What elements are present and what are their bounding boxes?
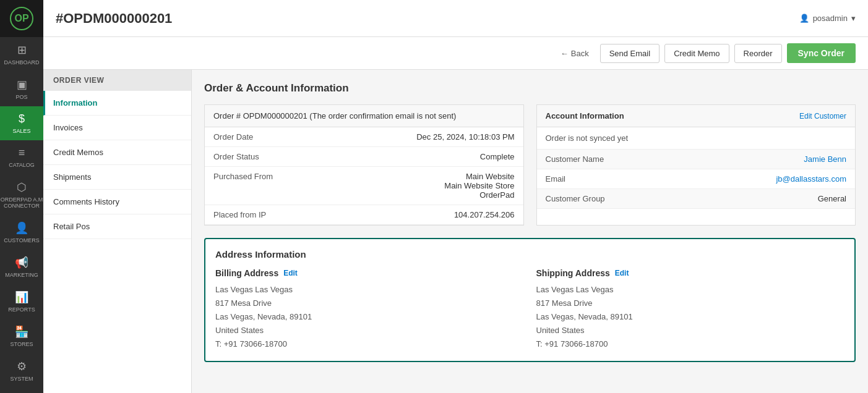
order-field-date: Order Date Dec 25, 2024, 10:18:03 PM <box>205 127 523 147</box>
nav-item-invoices[interactable]: Invoices <box>43 116 191 140</box>
user-icon: 👤 <box>799 14 809 23</box>
reorder-button[interactable]: Reorder <box>734 44 782 63</box>
account-field-name: Customer Name Jamie Benn <box>537 150 856 169</box>
email-label: Email <box>546 174 566 184</box>
address-section-title: Address Information <box>215 249 844 260</box>
purchased-from-label: Purchased From <box>213 172 273 181</box>
sidebar-item-stores[interactable]: 🏪 Stores <box>0 319 43 353</box>
sidebar-item-label: Catalog <box>9 162 35 168</box>
sidebar-item-label: System <box>10 376 33 382</box>
sidebar-logo: OP <box>0 0 43 37</box>
email-value: jb@dallasstars.com <box>776 174 846 184</box>
sidebar-item-marketing[interactable]: 📢 Marketing <box>0 250 43 284</box>
edit-customer-link[interactable]: Edit Customer <box>799 112 846 120</box>
order-account-grid: Order # OPDM000000201 (The order confirm… <box>204 104 856 226</box>
order-account-section-title: Order & Account Information <box>204 82 856 95</box>
sidebar-item-label: ORDERPAD A.M CONNECTOR <box>0 196 43 209</box>
order-date-value: Dec 25, 2024, 10:18:03 PM <box>416 132 514 142</box>
nav-item-retail-pos[interactable]: Retail Pos <box>43 214 191 239</box>
shipping-edit-link[interactable]: Edit <box>615 269 629 277</box>
sidebar-item-catalog[interactable]: ≡ Catalog <box>0 140 43 174</box>
purchased-from-value: Main Website Main Website Store OrderPad <box>444 172 514 200</box>
customer-name-value: Jamie Benn <box>804 154 846 164</box>
sync-order-button[interactable]: Sync Order <box>787 43 856 63</box>
connector-icon: ⬡ <box>17 180 27 194</box>
account-info-header: Account Information Edit Customer <box>537 105 856 127</box>
shipping-address-block: Shipping Address Edit Las Vegas Las Vega… <box>536 268 845 351</box>
customers-icon: 👤 <box>15 221 28 235</box>
main-content: Order & Account Information Order # OPDM… <box>192 70 868 393</box>
account-info-panel: Account Information Edit Customer Order … <box>536 104 856 226</box>
sidebar-item-label: Customers <box>4 237 39 243</box>
marketing-icon: 📢 <box>15 256 28 269</box>
account-field-group: Customer Group General <box>537 189 856 209</box>
system-icon: ⚙ <box>17 360 27 373</box>
sidebar-item-dashboard[interactable]: ⊞ Dashboard <box>0 37 43 72</box>
sidebar-item-label: POS <box>15 94 27 100</box>
customer-group-value: General <box>818 194 846 203</box>
back-button[interactable]: ← Back <box>554 45 595 62</box>
placed-ip-label: Placed from IP <box>213 210 266 219</box>
reports-icon: 📊 <box>15 290 28 304</box>
account-field-email: Email jb@dallasstars.com <box>537 169 856 189</box>
shipping-address-text: Las Vegas Las Vegas 817 Mesa Drive Las V… <box>536 283 845 351</box>
logo-icon: OP <box>10 7 33 30</box>
order-field-ip: Placed from IP 104.207.254.206 <box>205 205 523 225</box>
sync-warning: Order is not synced yet <box>537 127 856 150</box>
sales-icon: $ <box>19 112 25 125</box>
address-grid: Billing Address Edit Las Vegas Las Vegas… <box>215 268 844 351</box>
order-view-title: ORDER VIEW <box>43 70 191 91</box>
nav-item-comments-history[interactable]: Comments History <box>43 190 191 214</box>
sidebar-item-label: Sales <box>12 128 30 134</box>
nav-item-information[interactable]: Information <box>43 91 191 116</box>
catalog-icon: ≡ <box>19 146 25 159</box>
sidebar-item-label: Marketing <box>5 272 38 278</box>
chevron-down-icon: ▾ <box>851 14 856 23</box>
sidebar: OP ⊞ Dashboard ▣ POS $ Sales ≡ Catalog ⬡… <box>0 0 43 393</box>
nav-item-shipments[interactable]: Shipments <box>43 165 191 190</box>
billing-edit-link[interactable]: Edit <box>283 269 298 277</box>
shipping-address-title: Shipping Address Edit <box>536 268 845 278</box>
order-status-label: Order Status <box>213 152 259 161</box>
sidebar-item-customers[interactable]: 👤 Customers <box>0 215 43 250</box>
username: posadmin <box>813 14 848 23</box>
send-email-button[interactable]: Send Email <box>600 44 660 63</box>
top-header: #OPDM000000201 👤 posadmin ▾ <box>43 0 868 37</box>
order-field-purchased: Purchased From Main Website Main Website… <box>205 167 523 205</box>
sidebar-item-system[interactable]: ⚙ System <box>0 353 43 388</box>
order-number-row: Order # OPDM000000201 (The order confirm… <box>205 105 523 127</box>
arrow-left-icon: ← <box>561 49 569 58</box>
dashboard-icon: ⊞ <box>17 43 27 57</box>
placed-ip-value: 104.207.254.206 <box>454 210 515 219</box>
page-title: #OPDM000000201 <box>56 11 172 27</box>
billing-address-block: Billing Address Edit Las Vegas Las Vegas… <box>215 268 524 351</box>
sidebar-item-connector[interactable]: ⬡ ORDERPAD A.M CONNECTOR <box>0 174 43 215</box>
user-menu[interactable]: 👤 posadmin ▾ <box>799 14 856 23</box>
order-info-panel: Order # OPDM000000201 (The order confirm… <box>204 104 524 226</box>
order-status-value: Complete <box>480 152 515 161</box>
customer-group-label: Customer Group <box>546 194 605 203</box>
order-field-status: Order Status Complete <box>205 147 523 167</box>
left-nav: ORDER VIEW Information Invoices Credit M… <box>43 70 192 393</box>
sidebar-item-sales[interactable]: $ Sales <box>0 106 43 140</box>
address-section: Address Information Billing Address Edit… <box>204 238 856 362</box>
sidebar-item-reports[interactable]: 📊 Reports <box>0 284 43 319</box>
nav-item-credit-memos[interactable]: Credit Memos <box>43 140 191 165</box>
order-date-label: Order Date <box>213 132 253 142</box>
credit-memo-button[interactable]: Credit Memo <box>664 44 729 63</box>
sidebar-item-label: Stores <box>11 341 33 347</box>
main-area: #OPDM000000201 👤 posadmin ▾ ← Back Send … <box>43 0 868 393</box>
billing-address-text: Las Vegas Las Vegas 817 Mesa Drive Las V… <box>215 283 524 351</box>
content-area: ORDER VIEW Information Invoices Credit M… <box>43 70 868 393</box>
pos-icon: ▣ <box>17 78 27 91</box>
customer-name-label: Customer Name <box>546 154 604 164</box>
sidebar-item-label: Reports <box>8 306 35 313</box>
action-bar: ← Back Send Email Credit Memo Reorder Sy… <box>43 37 868 70</box>
sidebar-item-pos[interactable]: ▣ POS <box>0 72 43 106</box>
account-info-title: Account Information <box>546 111 624 120</box>
stores-icon: 🏪 <box>15 325 28 339</box>
sidebar-item-label: Dashboard <box>4 59 39 66</box>
billing-address-title: Billing Address Edit <box>215 268 524 278</box>
